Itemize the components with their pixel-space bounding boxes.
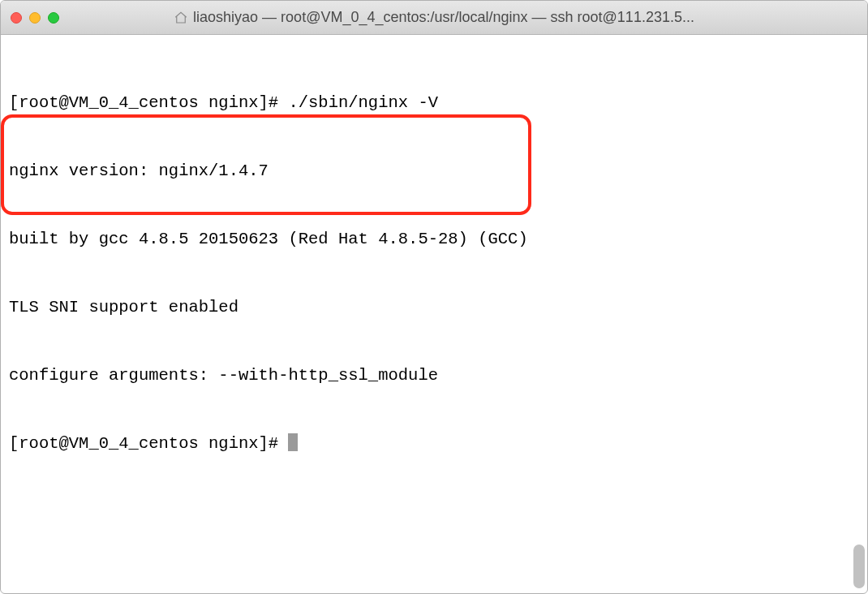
cursor-icon bbox=[288, 433, 298, 451]
minimize-button[interactable] bbox=[29, 12, 41, 24]
home-icon bbox=[174, 11, 188, 25]
terminal-line: nginx version: nginx/1.4.7 bbox=[9, 160, 859, 183]
maximize-button[interactable] bbox=[48, 12, 59, 24]
terminal-line: [root@VM_0_4_centos nginx]# ./sbin/nginx… bbox=[9, 92, 859, 114]
window-title-wrap: liaoshiyao — root@VM_0_4_centos:/usr/loc… bbox=[1, 9, 867, 26]
traffic-lights bbox=[11, 12, 59, 24]
close-button[interactable] bbox=[11, 12, 22, 24]
window-titlebar: liaoshiyao — root@VM_0_4_centos:/usr/loc… bbox=[1, 1, 867, 35]
terminal-line: built by gcc 4.8.5 20150623 (Red Hat 4.8… bbox=[9, 228, 859, 251]
vertical-scrollbar[interactable] bbox=[853, 544, 865, 588]
terminal-area[interactable]: [root@VM_0_4_centos nginx]# ./sbin/nginx… bbox=[1, 35, 867, 593]
terminal-line: TLS SNI support enabled bbox=[9, 296, 859, 319]
terminal-prompt: [root@VM_0_4_centos nginx]# bbox=[9, 434, 288, 453]
terminal-line: configure arguments: --with-http_ssl_mod… bbox=[9, 364, 859, 387]
terminal-prompt-line: [root@VM_0_4_centos nginx]# bbox=[9, 433, 859, 455]
window-title: liaoshiyao — root@VM_0_4_centos:/usr/loc… bbox=[193, 9, 694, 26]
